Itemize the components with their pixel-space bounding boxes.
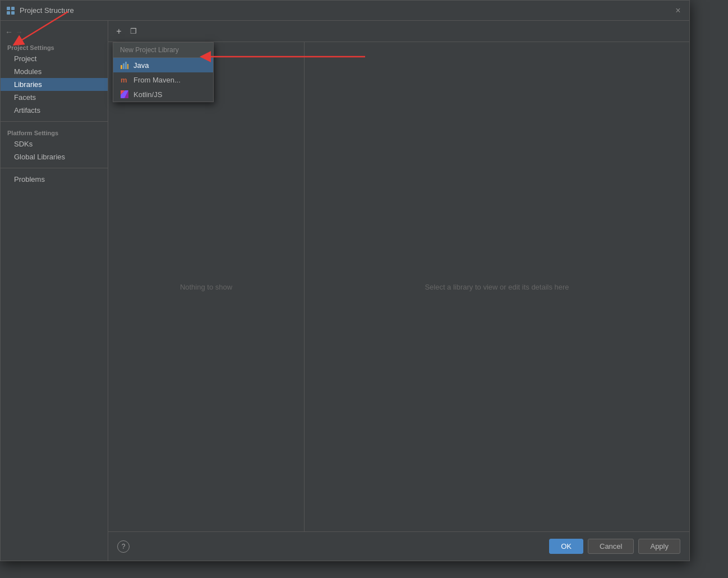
help-button[interactable]: ? — [117, 540, 130, 553]
copy-button[interactable]: ❐ — [127, 25, 140, 38]
svg-text:m: m — [121, 76, 127, 84]
svg-rect-7 — [127, 64, 128, 69]
apply-button[interactable]: Apply — [638, 539, 680, 554]
add-button[interactable]: + — [113, 25, 125, 38]
svg-rect-6 — [125, 62, 127, 69]
nothing-to-show-text: Nothing to show — [180, 283, 232, 291]
sidebar-divider — [1, 121, 108, 122]
sidebar-item-artifacts[interactable]: Artifacts — [1, 104, 108, 117]
sidebar-item-facets[interactable]: Facets — [1, 91, 108, 104]
svg-rect-1 — [11, 7, 15, 10]
sidebar-item-project[interactable]: Project — [1, 52, 108, 65]
java-icon — [120, 61, 129, 70]
dropdown-item-kotlin[interactable]: Kotlin/JS — [113, 87, 213, 102]
sidebar-item-modules[interactable]: Modules — [1, 65, 108, 78]
title-bar-left: Project Structure — [6, 6, 74, 15]
platform-settings-label: Platform Settings — [1, 126, 108, 137]
bottom-right: OK Cancel Apply — [549, 539, 680, 554]
dropdown-item-java-label: Java — [133, 61, 149, 70]
project-structure-dialog: Project Structure × ← → Project Settings… — [0, 0, 690, 561]
dropdown-header: New Project Library — [113, 43, 213, 58]
main-content: ← → Project Settings Project Modules Lib… — [1, 21, 689, 561]
svg-rect-3 — [11, 11, 15, 15]
sidebar: ← → Project Settings Project Modules Lib… — [1, 21, 108, 561]
dropdown-item-maven-label: From Maven... — [133, 76, 181, 84]
toolbar: + ❐ — [108, 21, 689, 42]
svg-rect-4 — [121, 65, 122, 69]
sidebar-item-global-libraries[interactable]: Global Libraries — [1, 150, 108, 163]
kotlin-icon — [120, 90, 129, 99]
svg-rect-0 — [7, 7, 10, 10]
bottom-left: ? — [117, 540, 130, 553]
bottom-bar: ? OK Cancel Apply — [108, 531, 689, 561]
dropdown-item-kotlin-label: Kotlin/JS — [133, 90, 162, 99]
project-settings-label: Project Settings — [1, 41, 108, 52]
maven-icon: m — [120, 75, 129, 84]
svg-rect-2 — [7, 11, 10, 15]
dropdown-item-java[interactable]: Java — [113, 58, 213, 72]
library-list-panel: Nothing to show — [108, 42, 305, 531]
title-bar: Project Structure × — [1, 1, 689, 21]
content-area: + ❐ New Project Library — [108, 21, 689, 561]
forward-button[interactable]: → — [15, 27, 23, 36]
dialog-title: Project Structure — [20, 6, 74, 15]
select-library-hint: Select a library to view or edit its det… — [425, 283, 569, 291]
sidebar-divider-2 — [1, 168, 108, 168]
library-detail-panel: Select a library to view or edit its det… — [305, 42, 689, 531]
back-button[interactable]: ← — [5, 27, 13, 36]
main-panel: Nothing to show Select a library to view… — [108, 42, 689, 531]
sidebar-item-libraries[interactable]: Libraries — [1, 78, 108, 91]
close-button[interactable]: × — [672, 5, 684, 16]
new-project-library-dropdown: New Project Library Java — [113, 42, 214, 102]
sidebar-item-sdks[interactable]: SDKs — [1, 137, 108, 150]
svg-rect-5 — [123, 63, 125, 69]
cancel-button[interactable]: Cancel — [588, 539, 634, 554]
dropdown-item-maven[interactable]: m From Maven... — [113, 72, 213, 87]
project-structure-icon — [6, 6, 15, 15]
ok-button[interactable]: OK — [549, 539, 583, 554]
sidebar-item-problems[interactable]: Problems — [1, 173, 108, 186]
